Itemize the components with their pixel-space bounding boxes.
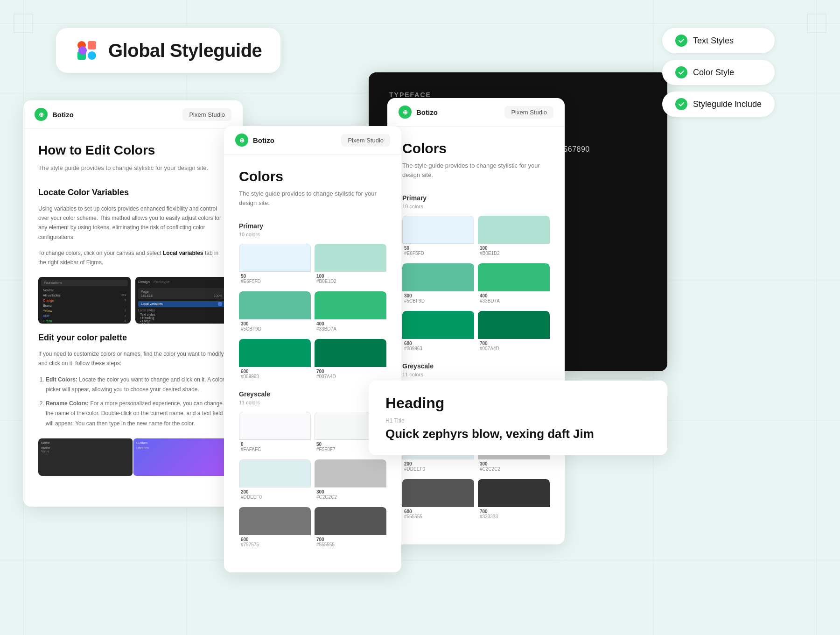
swatch-3-400-rect [478, 263, 550, 291]
step2-bold: Rename Colors: [46, 400, 89, 407]
grey-swatch-0-code: #FAFAFC [239, 447, 311, 452]
primary-section-count-3: 10 colors [402, 204, 550, 209]
grey-swatch-600: 600 #757575 [239, 507, 311, 551]
grey-swatch-200-code: #DDEEF0 [239, 494, 311, 500]
swatch-3-400: 400 #33BD7A [478, 263, 550, 307]
brand-icon-2: ⊕ [235, 134, 248, 147]
swatch-400-rect [315, 291, 386, 319]
section1-title: Locate Color Variables [38, 188, 228, 198]
card3-topbar: ⊕ Botizo Pixem Studio [387, 98, 565, 127]
greyscale-section-count: 11 colors [239, 400, 386, 405]
colors-subtitle-3: The style guide provides to change styli… [402, 161, 550, 179]
checklist-area: Text Styles Color Style Styleguide Inclu… [662, 28, 775, 117]
figma-logo-icon [75, 38, 99, 63]
greyscale-count-3: 11 colors [402, 372, 550, 377]
brand-icon-3: ⊕ [399, 106, 412, 119]
swatch-100: 100 #B0E1D2 [315, 244, 386, 288]
grey-swatch-0-rect [239, 412, 311, 440]
section1-p1: Using variables to set up colors provide… [38, 204, 228, 242]
colors-heading-3: Colors [402, 141, 550, 156]
swatch-3-100-rect [478, 216, 550, 244]
screenshot-area-1: Foundations Neutral All variables233 Ora… [38, 277, 228, 324]
step-2: Rename Colors: For a more personalized e… [46, 399, 228, 429]
swatch-400-code: #33BD7A [315, 326, 386, 332]
swatch-600: 600 #009963 [239, 339, 311, 383]
checklist-item-text-styles: Text Styles [662, 28, 775, 53]
grey-3-700: 700 #333333 [478, 479, 550, 523]
swatch-50-code: #E6F5FD [239, 279, 311, 284]
bottom-screenshots: Name Brand Value Custom Libraries [38, 438, 228, 476]
card1-title: How to Edit Colors [38, 143, 228, 158]
section1-p2: To change colors, click on your canvas a… [38, 248, 228, 268]
grey-swatch-0: 0 #FAFAFC [239, 412, 311, 456]
swatch-100-rect [315, 244, 386, 272]
card3-brand: ⊕ Botizo [399, 106, 438, 119]
grey-swatch-0-num: 0 [239, 442, 311, 447]
card3-body: Colors The style guide provides to chang… [387, 127, 565, 544]
svg-rect-9 [14, 14, 33, 33]
card-how-to-edit: ⊕ Botizo Pixem Studio How to Edit Colors… [23, 100, 243, 507]
check-icon-styleguide-include [675, 98, 687, 110]
card1-topbar: ⊕ Botizo Pixem Studio [23, 100, 243, 129]
grey-swatch-600-code: #757575 [239, 542, 311, 547]
step-1: Edit Colors: Locate the color you want t… [46, 375, 228, 395]
brand-name-2: Botizo [253, 136, 274, 144]
checklist-item-color-style: Color Style [662, 60, 775, 85]
swatch-50-num: 50 [239, 274, 311, 279]
swatch-50-rect [239, 244, 311, 272]
primary-swatches-3: 50 #E6F5FD 100 #B0E1D2 300 #5CBF9D 400 #… [402, 216, 550, 355]
checklist-label-styleguide-include: Styleguide Include [693, 99, 762, 109]
swatch-3-600-rect [402, 311, 474, 339]
main-title: Global Styleguide [108, 40, 262, 61]
check-icon-text-styles [675, 35, 687, 47]
card-colors-third: ⊕ Botizo Pixem Studio Colors The style g… [387, 98, 565, 544]
swatch-600-rect [239, 339, 311, 367]
grey-swatch-300: 300 #C2C2C2 [315, 459, 386, 503]
checklist-item-styleguide-include: Styleguide Include [662, 92, 775, 117]
card-colors-main: ⊕ Botizo Pixem Studio Colors The style g… [224, 126, 401, 572]
grey-swatch-200: 200 #DDEEF0 [239, 459, 311, 503]
bottom-ss-right: Custom Libraries [133, 438, 228, 476]
brand-name-1: Botizo [52, 111, 74, 119]
logo-title-card: Global Styleguide [56, 28, 280, 73]
checklist-label-text-styles: Text Styles [693, 36, 734, 46]
swatch-700-num: 700 [315, 369, 386, 374]
swatch-300: 300 #5CBF9D [239, 291, 311, 335]
greyscale-title-3: Greyscale [402, 362, 550, 370]
card1-body: How to Edit Colors The style guide provi… [23, 129, 243, 497]
swatch-3-700-rect [478, 311, 550, 339]
svg-rect-10 [807, 14, 826, 33]
screenshot-right: Design Prototype Page 1E1E1E100% Local v… [135, 277, 228, 324]
grey-swatch-200-rect [239, 459, 311, 487]
steps-list: Edit Colors: Locate the color you want t… [38, 375, 228, 429]
section2-p1: If you need to customize colors or names… [38, 349, 228, 368]
swatch-3-50-rect [402, 216, 474, 244]
grey-swatch-300-rect [315, 459, 386, 487]
grey-swatch-700: 700 #555555 [315, 507, 386, 551]
grey-swatch-700-code: #555555 [315, 542, 386, 547]
bottom-ss-left: Name Brand Value [38, 438, 133, 476]
primary-section-title: Primary [239, 222, 386, 230]
colors-subtitle: The style guide provides to change styli… [239, 189, 386, 207]
studio-badge-1: Pixem Studio [182, 108, 231, 121]
svg-rect-12 [88, 41, 96, 49]
grey-3-600: 600 #555555 [402, 479, 474, 523]
grey-swatch-200-num: 200 [239, 489, 311, 494]
swatch-3-50: 50 #E6F5FD [402, 216, 474, 260]
checklist-label-color-style: Color Style [693, 68, 734, 78]
brand-icon-1: ⊕ [35, 108, 48, 121]
swatch-400: 400 #33BD7A [315, 291, 386, 335]
swatch-3-100: 100 #B0E1D2 [478, 216, 550, 260]
swatch-600-num: 600 [239, 369, 311, 374]
primary-swatches: 50 #E6F5FD 100 #B0E1D2 300 #5CBF9D 400 #… [239, 244, 386, 383]
swatch-600-code: #009963 [239, 374, 311, 379]
heading-card-wrapper: Heading H1 Title Quick zephyrs blow, vex… [369, 381, 667, 455]
svg-point-15 [78, 46, 87, 55]
heading-subtitle-label: H1 Title [385, 417, 651, 424]
svg-rect-14 [88, 51, 96, 60]
swatch-700-rect [315, 339, 386, 367]
swatch-400-num: 400 [315, 321, 386, 326]
section1-p2-text: To change colors, click on your canvas a… [38, 250, 163, 256]
swatch-3-600: 600 #009963 [402, 311, 474, 355]
primary-section-count: 10 colors [239, 232, 386, 237]
